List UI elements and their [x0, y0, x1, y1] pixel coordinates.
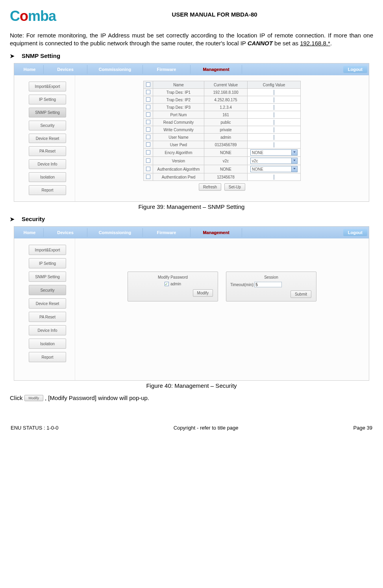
sidebar-item-pa-reset[interactable]: PA Reset — [29, 146, 66, 156]
sidebar-item-device-reset[interactable]: Device Reset — [29, 298, 66, 309]
config-input[interactable] — [274, 135, 274, 140]
sidebar-item-device-reset[interactable]: Device Reset — [29, 134, 66, 143]
screenshot-security: Home Devices Commissioning Firmware Mana… — [14, 226, 369, 381]
config-input[interactable] — [274, 120, 274, 125]
checkbox[interactable] — [146, 105, 150, 109]
snmp-table: Name Current Value Config Value Trap Des… — [143, 81, 301, 181]
checkbox[interactable] — [146, 175, 150, 179]
nav-commissioning[interactable]: Commissioning — [87, 230, 142, 235]
admin-checkbox[interactable]: ✓ — [165, 282, 169, 286]
session-panel: Session Timeout(min): Submit — [226, 272, 316, 301]
nav-commissioning[interactable]: Commissioning — [87, 67, 142, 72]
section-heading-security: Security — [22, 216, 45, 222]
config-input[interactable] — [274, 175, 274, 180]
footer-page: Page 39 — [353, 425, 372, 431]
sidebar-item-snmp-setting[interactable]: SNMP Setting — [29, 108, 66, 117]
panel-title: Session — [230, 275, 312, 279]
figure-caption-40: Figure 40: Management – Security — [10, 382, 373, 389]
logo: Comba — [10, 8, 56, 24]
checkbox[interactable] — [146, 135, 150, 139]
sidebar-item-import-export[interactable]: Import&Export — [29, 245, 66, 255]
col-config: Config Value — [248, 81, 301, 89]
chevron-right-icon: ➤ — [10, 216, 15, 222]
nav-firmware[interactable]: Firmware — [143, 230, 190, 235]
admin-label: admin — [170, 282, 181, 286]
checkbox[interactable] — [146, 90, 150, 94]
panel-title: Modify Password — [132, 275, 214, 279]
sidebar-item-report[interactable]: Report — [29, 352, 66, 362]
refresh-button[interactable]: Refresh — [199, 183, 221, 191]
checkbox[interactable] — [146, 167, 150, 171]
sidebar-item-report[interactable]: Report — [29, 185, 66, 195]
setup-button[interactable]: Set-Up — [224, 183, 245, 191]
footer-status: ENU STATUS : 1-0-0 — [11, 425, 59, 431]
nav-home[interactable]: Home — [16, 230, 43, 235]
checkbox[interactable] — [146, 97, 150, 102]
logout-button[interactable]: Logout — [343, 66, 367, 73]
sidebar-item-device-info[interactable]: Device Info — [29, 159, 66, 169]
col-current: Current Value — [204, 81, 248, 89]
sidebar-item-isolation[interactable]: Isolation — [29, 172, 66, 182]
section-heading-snmp: SNMP Setting — [22, 52, 60, 59]
nav-firmware[interactable]: Firmware — [143, 67, 190, 72]
figure-caption-39: Figure 39: Management – SNMP Setting — [10, 203, 373, 210]
sidebar-item-pa-reset[interactable]: PA Reset — [29, 312, 66, 322]
logout-button[interactable]: Logout — [343, 229, 367, 236]
sidebar-item-snmp-setting[interactable]: SNMP Setting — [29, 272, 66, 282]
checkbox-all[interactable] — [146, 82, 150, 87]
config-select[interactable]: NONE — [250, 166, 298, 172]
nav-management[interactable]: Management — [191, 67, 242, 72]
sidebar-item-ip-setting[interactable]: IP Setting — [29, 258, 66, 268]
sidebar-item-import-export[interactable]: Import&Export — [29, 82, 66, 91]
sidebar-item-ip-setting[interactable]: IP Setting — [29, 95, 66, 104]
sidebar-item-device-info[interactable]: Device Info — [29, 325, 66, 335]
config-select[interactable]: NONE — [250, 149, 298, 156]
modify-button-inline: Modify — [24, 395, 44, 401]
modify-button[interactable]: Modify — [193, 289, 213, 297]
config-input[interactable] — [274, 97, 274, 102]
timeout-input[interactable] — [254, 282, 282, 287]
config-input[interactable] — [274, 142, 274, 147]
doc-title: USER MANUAL FOR MBDA-80 — [56, 8, 373, 18]
footer-copyright: Copyright - refer to title page — [174, 425, 239, 431]
checkbox[interactable] — [146, 112, 150, 117]
checkbox[interactable] — [146, 120, 150, 124]
sidebar-item-security[interactable]: Security — [29, 121, 66, 130]
nav-devices[interactable]: Devices — [44, 67, 87, 72]
checkbox[interactable] — [146, 158, 150, 163]
nav-management[interactable]: Management — [191, 230, 242, 235]
sidebar-item-isolation[interactable]: Isolation — [29, 339, 66, 349]
modify-password-panel: Modify Password ✓ admin Modify — [128, 272, 218, 301]
config-input[interactable] — [274, 127, 274, 132]
config-input[interactable] — [274, 105, 274, 110]
checkbox[interactable] — [146, 150, 150, 154]
screenshot-snmp: Home Devices Commissioning Firmware Mana… — [14, 63, 369, 202]
sidebar-item-security[interactable]: Security — [29, 285, 66, 295]
col-name: Name — [153, 81, 204, 89]
nav-devices[interactable]: Devices — [44, 230, 87, 235]
note-paragraph: Note: For remote monitoring, the IP Addr… — [10, 32, 373, 47]
config-select[interactable]: v2c — [250, 158, 298, 164]
config-input[interactable] — [274, 112, 274, 117]
config-input[interactable] — [274, 90, 274, 95]
checkbox[interactable] — [146, 142, 150, 147]
chevron-right-icon: ➤ — [10, 53, 15, 59]
submit-button[interactable]: Submit — [290, 290, 311, 298]
checkbox[interactable] — [146, 127, 150, 132]
nav-home[interactable]: Home — [16, 67, 43, 72]
click-instruction: Click Modify , [Modify Password] window … — [10, 394, 373, 401]
timeout-label: Timeout(min): — [230, 283, 254, 287]
